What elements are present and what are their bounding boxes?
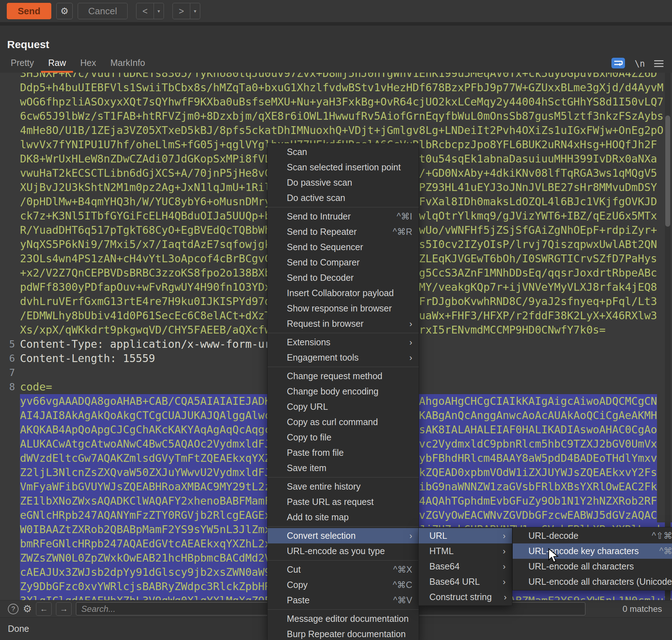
menu-item-url-encode-all-characters[interactable]: URL-encode all characters bbox=[513, 559, 672, 574]
line-number bbox=[0, 408, 15, 423]
menu-item-label: URL-encode all characters (Unicode) bbox=[528, 577, 672, 587]
menu-item-cut[interactable]: Cut^⌘X bbox=[268, 562, 419, 577]
editor-text[interactable]: code= bbox=[20, 380, 52, 394]
menu-item-html[interactable]: HTML› bbox=[419, 543, 512, 559]
line-number bbox=[0, 437, 15, 451]
editor-scrollbar-thumb[interactable] bbox=[665, 115, 670, 227]
menu-item-url-encode-all-characters-unicode[interactable]: URL-encode all characters (Unicode) bbox=[513, 574, 672, 589]
menu-item-scan-selected-insertion-point[interactable]: Scan selected insertion point bbox=[268, 160, 419, 175]
menu-item-change-request-method[interactable]: Change request method bbox=[268, 368, 419, 384]
forward-split-button: > ▾ bbox=[172, 3, 200, 19]
menu-item-convert-selection[interactable]: Convert selection› bbox=[268, 528, 419, 543]
menu-item-label: Send to Sequencer bbox=[287, 242, 412, 252]
menu-item-label: Copy to file bbox=[287, 432, 412, 443]
next-match-button[interactable]: → bbox=[56, 602, 72, 616]
menu-item-add-to-site-map[interactable]: Add to site map bbox=[268, 510, 419, 525]
menu-item-label: Copy bbox=[287, 580, 381, 590]
editor-line: 4mHe8O/U1B/1ZEja3VZ05XTxeD5kBJ/8pfs5ckat… bbox=[0, 123, 672, 138]
menu-item-url-decode[interactable]: URL-decode^⇧⌘U bbox=[513, 528, 672, 543]
search-settings-gear-icon[interactable]: ⚙ bbox=[23, 603, 32, 615]
previous-match-button[interactable]: ← bbox=[36, 602, 52, 616]
editor-text[interactable]: wOG6fhpzliASOxyxXQt7sQYhwfF9KXba0uBsfseM… bbox=[20, 95, 663, 109]
menu-item-copy-to-file[interactable]: Copy to file bbox=[268, 430, 419, 445]
line-number: 8 bbox=[0, 380, 15, 394]
menu-item-send-to-intruder[interactable]: Send to Intruder^⌘I bbox=[268, 209, 419, 224]
menu-item-base64[interactable]: Base64› bbox=[419, 559, 512, 574]
line-number bbox=[0, 480, 15, 494]
submenu-arrow-icon: › bbox=[409, 319, 412, 329]
tab-markinfo[interactable]: MarkInfo bbox=[103, 54, 152, 73]
tab-hex[interactable]: Hex bbox=[73, 54, 103, 73]
line-number bbox=[0, 209, 15, 223]
editor-text[interactable]: Content-Length: 15559 bbox=[20, 351, 155, 366]
menu-item-request-in-browser[interactable]: Request in browser› bbox=[268, 316, 419, 331]
menu-item-insert-collaborator-payload[interactable]: Insert Collaborator payload bbox=[268, 285, 419, 301]
menu-item-url-encode-key-characters[interactable]: URL-encode key characters^⌘U bbox=[513, 543, 672, 559]
editor-text[interactable]: 3H5NXP+K7c/vuuTfuDKETs8305/TyKho80tqJu0u… bbox=[20, 73, 657, 81]
menu-item-paste[interactable]: Paste^⌘V bbox=[268, 593, 419, 608]
request-tabs: PrettyRawHexMarkInfo bbox=[4, 54, 152, 73]
menu-item-base64-url[interactable]: Base64 URL› bbox=[419, 574, 512, 589]
forward-button[interactable]: > bbox=[172, 3, 190, 19]
menu-item-url-encode-as-you-type[interactable]: URL-encode as you type bbox=[268, 543, 419, 559]
menu-separator bbox=[268, 526, 419, 527]
editor-text[interactable]: 4mHe8O/U1B/1ZEja3VZ05XTxeD5kBJ/8pfs5ckat… bbox=[20, 123, 663, 138]
tab-pretty[interactable]: Pretty bbox=[4, 54, 41, 73]
menu-item-change-body-encoding[interactable]: Change body encoding bbox=[268, 384, 419, 399]
menu-item-label: Change request method bbox=[287, 371, 412, 381]
menu-item-scan[interactable]: Scan bbox=[268, 144, 419, 160]
line-number bbox=[0, 166, 15, 180]
gear-icon: ⚙ bbox=[60, 6, 68, 17]
menu-item-url[interactable]: URL› bbox=[419, 528, 512, 543]
request-settings-button[interactable]: ⚙ bbox=[56, 3, 73, 19]
menu-item-burp-repeater-documentation[interactable]: Burp Repeater documentation bbox=[268, 626, 419, 640]
menu-item-copy[interactable]: Copy^⌘C bbox=[268, 577, 419, 593]
line-number bbox=[0, 237, 15, 252]
menu-item-send-to-comparer[interactable]: Send to Comparer bbox=[268, 255, 419, 270]
menu-item-label: Message editor documentation bbox=[287, 614, 412, 624]
menu-item-save-entire-history[interactable]: Save entire history bbox=[268, 479, 419, 494]
menu-item-label: Convert selection bbox=[287, 531, 397, 541]
line-number: 7 bbox=[0, 366, 15, 380]
menu-item-extensions[interactable]: Extensions› bbox=[268, 335, 419, 350]
soft-wrap-icon[interactable] bbox=[611, 57, 625, 71]
forward-dropdown-button[interactable]: ▾ bbox=[190, 3, 200, 19]
menu-item-engagement-tools[interactable]: Engagement tools› bbox=[268, 350, 419, 365]
line-number bbox=[0, 180, 15, 195]
back-dropdown-button[interactable]: ▾ bbox=[154, 3, 164, 19]
menu-item-construct-string[interactable]: Construct string› bbox=[419, 589, 512, 605]
menu-item-shortcut: ^⌘U bbox=[659, 546, 672, 556]
editor-text[interactable]: 6cw65J9lbWz/sT1FAB+htRFVZjm0+8Dzxbjm/qXE… bbox=[20, 109, 663, 123]
tab-raw[interactable]: Raw bbox=[41, 54, 73, 73]
menu-item-show-response-in-browser[interactable]: Show response in browser bbox=[268, 301, 419, 316]
send-button[interactable]: Send bbox=[7, 3, 51, 19]
menu-item-copy-url[interactable]: Copy URL bbox=[268, 399, 419, 414]
menu-item-send-to-decoder[interactable]: Send to Decoder bbox=[268, 270, 419, 285]
menu-item-label: Save item bbox=[287, 463, 412, 473]
menu-item-paste-url-as-request[interactable]: Paste URL as request bbox=[268, 494, 419, 510]
cancel-button[interactable]: Cancel bbox=[78, 3, 128, 19]
line-number bbox=[0, 508, 15, 522]
help-icon[interactable]: ? bbox=[8, 604, 19, 614]
editor-line: 6cw65J9lbWz/sT1FAB+htRFVZjm0+8Dzxbjm/qXE… bbox=[0, 109, 672, 123]
menu-item-do-passive-scan[interactable]: Do passive scan bbox=[268, 175, 419, 190]
menu-item-send-to-sequencer[interactable]: Send to Sequencer bbox=[268, 239, 419, 255]
hamburger-menu-icon[interactable] bbox=[654, 60, 663, 67]
show-newlines-toggle[interactable]: \n bbox=[635, 59, 645, 69]
menu-item-label: URL-encode as you type bbox=[287, 546, 412, 556]
menu-item-message-editor-documentation[interactable]: Message editor documentation bbox=[268, 611, 419, 626]
menu-item-label: Base64 bbox=[429, 561, 491, 572]
menu-item-shortcut: ^⌘R bbox=[393, 227, 412, 237]
menu-item-save-item[interactable]: Save item bbox=[268, 460, 419, 476]
menu-item-do-active-scan[interactable]: Do active scan bbox=[268, 190, 419, 206]
menu-item-send-to-repeater[interactable]: Send to Repeater^⌘R bbox=[268, 224, 419, 239]
editor-text[interactable]: Ddp5+h4buUIEBFVls1SwiiTbCbx8s/hMZqTa0+bx… bbox=[20, 81, 663, 95]
menu-item-copy-as-curl-command[interactable]: Copy as curl command bbox=[268, 414, 419, 430]
menu-separator bbox=[268, 207, 419, 207]
back-split-button: < ▾ bbox=[136, 3, 164, 19]
back-button[interactable]: < bbox=[136, 3, 154, 19]
menu-item-label: Send to Decoder bbox=[287, 273, 412, 283]
submenu-arrow-icon: › bbox=[503, 531, 506, 541]
line-number bbox=[0, 294, 15, 309]
menu-item-paste-from-file[interactable]: Paste from file bbox=[268, 445, 419, 460]
